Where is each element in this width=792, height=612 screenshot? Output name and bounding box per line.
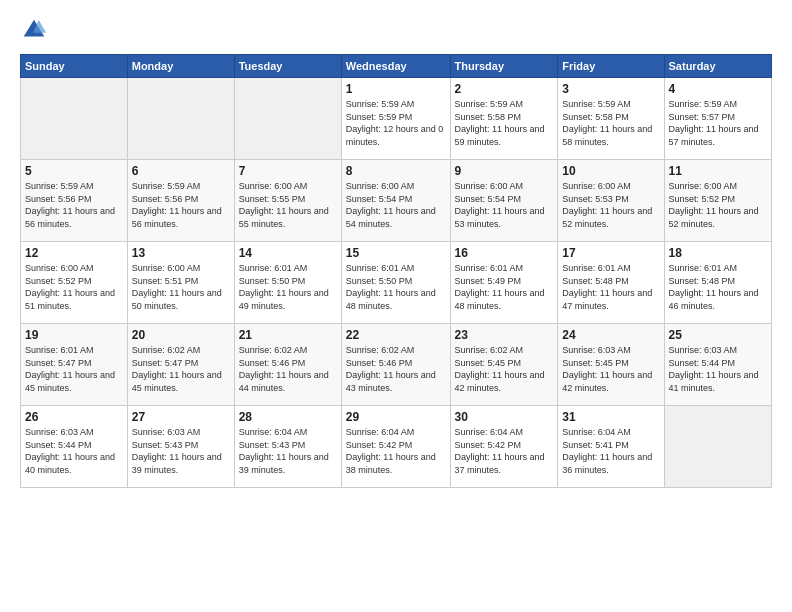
calendar-day-cell: 3Sunrise: 5:59 AMSunset: 5:58 PMDaylight…	[558, 78, 664, 160]
day-info: Sunrise: 6:03 AMSunset: 5:43 PMDaylight:…	[132, 426, 230, 476]
day-number: 17	[562, 246, 659, 260]
day-number: 23	[455, 328, 554, 342]
day-info: Sunrise: 6:03 AMSunset: 5:44 PMDaylight:…	[25, 426, 123, 476]
day-info: Sunrise: 6:01 AMSunset: 5:50 PMDaylight:…	[346, 262, 446, 312]
calendar-day-cell: 8Sunrise: 6:00 AMSunset: 5:54 PMDaylight…	[341, 160, 450, 242]
day-info: Sunrise: 6:01 AMSunset: 5:47 PMDaylight:…	[25, 344, 123, 394]
calendar-day-cell	[664, 406, 771, 488]
calendar-day-cell: 9Sunrise: 6:00 AMSunset: 5:54 PMDaylight…	[450, 160, 558, 242]
day-number: 14	[239, 246, 337, 260]
day-number: 4	[669, 82, 767, 96]
day-info: Sunrise: 5:59 AMSunset: 5:59 PMDaylight:…	[346, 98, 446, 148]
day-info: Sunrise: 6:00 AMSunset: 5:52 PMDaylight:…	[669, 180, 767, 230]
day-number: 8	[346, 164, 446, 178]
calendar-day-cell: 7Sunrise: 6:00 AMSunset: 5:55 PMDaylight…	[234, 160, 341, 242]
day-number: 16	[455, 246, 554, 260]
weekday-header: Wednesday	[341, 55, 450, 78]
day-info: Sunrise: 6:01 AMSunset: 5:49 PMDaylight:…	[455, 262, 554, 312]
day-number: 27	[132, 410, 230, 424]
day-info: Sunrise: 6:02 AMSunset: 5:46 PMDaylight:…	[346, 344, 446, 394]
day-info: Sunrise: 5:59 AMSunset: 5:58 PMDaylight:…	[455, 98, 554, 148]
day-info: Sunrise: 6:00 AMSunset: 5:52 PMDaylight:…	[25, 262, 123, 312]
day-number: 7	[239, 164, 337, 178]
calendar-week-row: 1Sunrise: 5:59 AMSunset: 5:59 PMDaylight…	[21, 78, 772, 160]
logo-icon	[20, 16, 48, 44]
day-info: Sunrise: 6:03 AMSunset: 5:45 PMDaylight:…	[562, 344, 659, 394]
calendar-day-cell: 5Sunrise: 5:59 AMSunset: 5:56 PMDaylight…	[21, 160, 128, 242]
day-info: Sunrise: 6:04 AMSunset: 5:42 PMDaylight:…	[346, 426, 446, 476]
weekday-header: Friday	[558, 55, 664, 78]
logo	[20, 16, 52, 44]
calendar-day-cell: 23Sunrise: 6:02 AMSunset: 5:45 PMDayligh…	[450, 324, 558, 406]
calendar-day-cell	[21, 78, 128, 160]
day-info: Sunrise: 6:01 AMSunset: 5:48 PMDaylight:…	[669, 262, 767, 312]
day-info: Sunrise: 5:59 AMSunset: 5:56 PMDaylight:…	[25, 180, 123, 230]
day-info: Sunrise: 6:03 AMSunset: 5:44 PMDaylight:…	[669, 344, 767, 394]
weekday-header: Thursday	[450, 55, 558, 78]
weekday-header: Tuesday	[234, 55, 341, 78]
day-info: Sunrise: 6:04 AMSunset: 5:42 PMDaylight:…	[455, 426, 554, 476]
weekday-header: Saturday	[664, 55, 771, 78]
day-info: Sunrise: 5:59 AMSunset: 5:56 PMDaylight:…	[132, 180, 230, 230]
calendar-day-cell: 10Sunrise: 6:00 AMSunset: 5:53 PMDayligh…	[558, 160, 664, 242]
day-info: Sunrise: 6:00 AMSunset: 5:53 PMDaylight:…	[562, 180, 659, 230]
calendar-week-row: 26Sunrise: 6:03 AMSunset: 5:44 PMDayligh…	[21, 406, 772, 488]
day-number: 21	[239, 328, 337, 342]
calendar-day-cell: 11Sunrise: 6:00 AMSunset: 5:52 PMDayligh…	[664, 160, 771, 242]
day-number: 22	[346, 328, 446, 342]
day-number: 31	[562, 410, 659, 424]
day-number: 24	[562, 328, 659, 342]
day-number: 5	[25, 164, 123, 178]
calendar-day-cell: 20Sunrise: 6:02 AMSunset: 5:47 PMDayligh…	[127, 324, 234, 406]
calendar-day-cell: 27Sunrise: 6:03 AMSunset: 5:43 PMDayligh…	[127, 406, 234, 488]
day-number: 25	[669, 328, 767, 342]
calendar: SundayMondayTuesdayWednesdayThursdayFrid…	[20, 54, 772, 488]
day-info: Sunrise: 6:02 AMSunset: 5:47 PMDaylight:…	[132, 344, 230, 394]
calendar-day-cell: 22Sunrise: 6:02 AMSunset: 5:46 PMDayligh…	[341, 324, 450, 406]
calendar-day-cell	[127, 78, 234, 160]
day-number: 12	[25, 246, 123, 260]
calendar-day-cell: 15Sunrise: 6:01 AMSunset: 5:50 PMDayligh…	[341, 242, 450, 324]
calendar-day-cell: 6Sunrise: 5:59 AMSunset: 5:56 PMDaylight…	[127, 160, 234, 242]
calendar-week-row: 19Sunrise: 6:01 AMSunset: 5:47 PMDayligh…	[21, 324, 772, 406]
day-number: 6	[132, 164, 230, 178]
calendar-day-cell: 17Sunrise: 6:01 AMSunset: 5:48 PMDayligh…	[558, 242, 664, 324]
day-info: Sunrise: 6:02 AMSunset: 5:45 PMDaylight:…	[455, 344, 554, 394]
calendar-day-cell: 19Sunrise: 6:01 AMSunset: 5:47 PMDayligh…	[21, 324, 128, 406]
day-number: 1	[346, 82, 446, 96]
day-info: Sunrise: 6:00 AMSunset: 5:51 PMDaylight:…	[132, 262, 230, 312]
day-info: Sunrise: 5:59 AMSunset: 5:58 PMDaylight:…	[562, 98, 659, 148]
day-info: Sunrise: 6:00 AMSunset: 5:54 PMDaylight:…	[455, 180, 554, 230]
calendar-day-cell: 1Sunrise: 5:59 AMSunset: 5:59 PMDaylight…	[341, 78, 450, 160]
day-info: Sunrise: 6:01 AMSunset: 5:50 PMDaylight:…	[239, 262, 337, 312]
calendar-header-row: SundayMondayTuesdayWednesdayThursdayFrid…	[21, 55, 772, 78]
day-number: 19	[25, 328, 123, 342]
day-number: 26	[25, 410, 123, 424]
calendar-day-cell: 30Sunrise: 6:04 AMSunset: 5:42 PMDayligh…	[450, 406, 558, 488]
day-number: 30	[455, 410, 554, 424]
day-number: 29	[346, 410, 446, 424]
header	[20, 16, 772, 44]
day-number: 3	[562, 82, 659, 96]
day-info: Sunrise: 6:01 AMSunset: 5:48 PMDaylight:…	[562, 262, 659, 312]
weekday-header: Monday	[127, 55, 234, 78]
day-info: Sunrise: 6:04 AMSunset: 5:43 PMDaylight:…	[239, 426, 337, 476]
calendar-week-row: 12Sunrise: 6:00 AMSunset: 5:52 PMDayligh…	[21, 242, 772, 324]
day-number: 13	[132, 246, 230, 260]
day-info: Sunrise: 5:59 AMSunset: 5:57 PMDaylight:…	[669, 98, 767, 148]
day-info: Sunrise: 6:04 AMSunset: 5:41 PMDaylight:…	[562, 426, 659, 476]
calendar-day-cell: 25Sunrise: 6:03 AMSunset: 5:44 PMDayligh…	[664, 324, 771, 406]
calendar-day-cell: 21Sunrise: 6:02 AMSunset: 5:46 PMDayligh…	[234, 324, 341, 406]
calendar-day-cell: 2Sunrise: 5:59 AMSunset: 5:58 PMDaylight…	[450, 78, 558, 160]
day-number: 2	[455, 82, 554, 96]
calendar-day-cell: 16Sunrise: 6:01 AMSunset: 5:49 PMDayligh…	[450, 242, 558, 324]
calendar-day-cell	[234, 78, 341, 160]
calendar-day-cell: 24Sunrise: 6:03 AMSunset: 5:45 PMDayligh…	[558, 324, 664, 406]
calendar-day-cell: 13Sunrise: 6:00 AMSunset: 5:51 PMDayligh…	[127, 242, 234, 324]
day-number: 20	[132, 328, 230, 342]
calendar-day-cell: 28Sunrise: 6:04 AMSunset: 5:43 PMDayligh…	[234, 406, 341, 488]
page-container: SundayMondayTuesdayWednesdayThursdayFrid…	[0, 0, 792, 612]
day-number: 11	[669, 164, 767, 178]
calendar-day-cell: 14Sunrise: 6:01 AMSunset: 5:50 PMDayligh…	[234, 242, 341, 324]
calendar-day-cell: 29Sunrise: 6:04 AMSunset: 5:42 PMDayligh…	[341, 406, 450, 488]
